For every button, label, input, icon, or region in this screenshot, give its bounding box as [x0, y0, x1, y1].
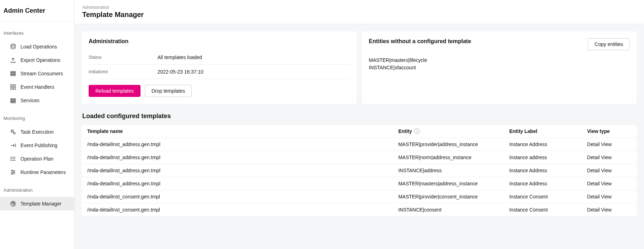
nav-item-label: Task Execution — [20, 129, 54, 135]
status-value: All templates loaded — [157, 54, 350, 60]
svg-point-27 — [13, 202, 13, 203]
loaded-templates-title: Loaded configured templates — [82, 112, 637, 120]
nav-section-monitoring-label: Monitoring — [0, 114, 74, 125]
col-entity-label[interactable]: Entity Label — [503, 125, 581, 138]
page-header: Administration Template Manager — [74, 0, 644, 24]
cell-entity-label: Instance address — [503, 151, 581, 164]
nav-item-template-manager[interactable]: Template Manager — [0, 197, 74, 210]
svg-point-28 — [14, 203, 14, 203]
cell-template-name: /mda-detailInst_consent.gen.tmpl — [82, 190, 393, 203]
cell-entity-label: Instance Consent — [503, 190, 581, 203]
drop-templates-button[interactable]: Drop templates — [145, 85, 192, 97]
col-entity-label: Entity — [398, 128, 412, 134]
svg-rect-1 — [11, 71, 16, 73]
cell-view-type: Detail View — [582, 164, 637, 177]
svg-rect-3 — [11, 75, 16, 76]
cell-entity-label: Instance Address — [503, 138, 581, 151]
nav-section-administration-label: Administration — [0, 185, 74, 197]
entity-without-template: INSTANCE|sfaccount — [369, 64, 630, 71]
nav-item-label: Stream Consumers — [20, 71, 63, 76]
cell-template-name: /mda-detailInst_address.gen.tmpl — [82, 151, 393, 164]
administration-card: Administration Status All templates load… — [82, 31, 357, 104]
nav-item-label: Export Operations — [20, 57, 60, 63]
gears-icon — [10, 129, 16, 135]
entities-card: Entities without a configured template C… — [362, 31, 637, 104]
sidebar: Admin Center Interfaces Load Operations … — [0, 0, 74, 249]
entities-list: MASTER|masters|lifecycle INSTANCE|sfacco… — [369, 57, 630, 71]
initialized-label: Initialized — [89, 69, 157, 75]
table-row[interactable]: /mda-detailInst_address.gen.tmpl INSTANC… — [82, 164, 637, 177]
svg-point-18 — [11, 160, 11, 161]
nav-item-operation-plan[interactable]: Operation Plan — [0, 152, 74, 166]
cell-view-type: Detail View — [582, 138, 637, 151]
plan-icon — [10, 156, 16, 162]
cell-entity: MASTER|provider|consent_instance — [393, 190, 504, 203]
status-row: Status All templates loaded — [89, 50, 350, 65]
entity-without-template: MASTER|masters|lifecycle — [369, 57, 630, 64]
table-row[interactable]: /mda-detailInst_consent.gen.tmpl INSTANC… — [82, 203, 637, 216]
nav-item-event-publishing[interactable]: Event Publishing — [0, 139, 74, 152]
status-label: Status — [89, 54, 157, 60]
svg-rect-2 — [11, 73, 16, 74]
app-title: Admin Center — [0, 0, 74, 22]
cell-entity: INSTANCE|address — [393, 164, 504, 177]
admin-button-row: Reload templates Drop templates — [89, 85, 350, 97]
nav-item-label: Operation Plan — [20, 156, 53, 162]
nav-item-services[interactable]: Services — [0, 94, 74, 107]
nav-item-export-operations[interactable]: Export Operations — [0, 53, 74, 67]
template-icon — [10, 201, 16, 207]
svg-point-12 — [14, 133, 16, 134]
svg-rect-4 — [11, 85, 12, 86]
svg-rect-10 — [11, 102, 16, 103]
templates-table-card: Template name Entity i Entity Label View… — [82, 125, 637, 216]
nav-item-task-execution[interactable]: Task Execution — [0, 125, 74, 139]
col-template-name[interactable]: Template name — [82, 125, 393, 138]
publish-icon — [10, 142, 16, 149]
table-row[interactable]: /mda-detailInst_address.gen.tmpl MASTER|… — [82, 151, 637, 164]
copy-entities-button[interactable]: Copy entities — [588, 38, 630, 50]
cell-entity: INSTANCE|consent — [393, 203, 504, 216]
svg-point-24 — [11, 173, 12, 174]
svg-rect-8 — [11, 99, 16, 100]
svg-point-29 — [13, 204, 14, 205]
info-icon[interactable]: i — [414, 128, 420, 134]
cell-entity-label: Instance Address — [503, 164, 581, 177]
cell-template-name: /mda-detailInst_address.gen.tmpl — [82, 177, 393, 190]
cell-entity: MASTER|provider|address_instance — [393, 138, 504, 151]
svg-point-23 — [13, 172, 14, 173]
nav-item-runtime-parameters[interactable]: Runtime Parameters — [0, 166, 74, 179]
cell-template-name: /mda-detailInst_address.gen.tmpl — [82, 164, 393, 177]
cell-entity: MASTER|masters|address_instance — [393, 177, 504, 190]
administration-card-title: Administration — [89, 38, 350, 45]
reload-templates-button[interactable]: Reload templates — [89, 85, 141, 97]
breadcrumb: Administration — [82, 5, 636, 10]
cell-entity: MASTER|norm|address_instance — [393, 151, 504, 164]
table-row[interactable]: /mda-detailInst_address.gen.tmpl MASTER|… — [82, 138, 637, 151]
page-title: Template Manager — [82, 11, 636, 19]
content: Administration Status All templates load… — [74, 24, 644, 249]
upload-icon — [10, 57, 16, 63]
cell-view-type: Detail View — [582, 151, 637, 164]
svg-rect-5 — [14, 85, 16, 86]
cell-template-name: /mda-detailInst_address.gen.tmpl — [82, 138, 393, 151]
col-view-type[interactable]: View type — [582, 125, 637, 138]
entities-card-title: Entities without a configured template — [369, 38, 471, 45]
templates-table: Template name Entity i Entity Label View… — [82, 125, 637, 216]
cell-view-type: Detail View — [582, 190, 637, 203]
cell-view-type: Detail View — [582, 177, 637, 190]
initialized-row: Initialized 2022-05-23 16:37:10 — [89, 65, 350, 79]
col-entity[interactable]: Entity i — [393, 125, 504, 138]
table-row[interactable]: /mda-detailInst_consent.gen.tmpl MASTER|… — [82, 190, 637, 203]
table-row[interactable]: /mda-detailInst_address.gen.tmpl MASTER|… — [82, 177, 637, 190]
svg-rect-9 — [11, 100, 16, 101]
nav-item-label: Runtime Parameters — [20, 169, 66, 175]
svg-rect-7 — [14, 88, 16, 89]
nav-item-stream-consumers[interactable]: Stream Consumers — [0, 67, 74, 80]
nav-item-event-handlers[interactable]: Event Handlers — [0, 80, 74, 94]
svg-point-0 — [11, 44, 15, 46]
handlers-icon — [10, 84, 16, 90]
db-icon — [10, 44, 16, 50]
initialized-value: 2022-05-23 16:37:10 — [157, 69, 350, 75]
cell-entity-label: Instance Consent — [503, 203, 581, 216]
nav-item-load-operations[interactable]: Load Operations — [0, 40, 74, 53]
